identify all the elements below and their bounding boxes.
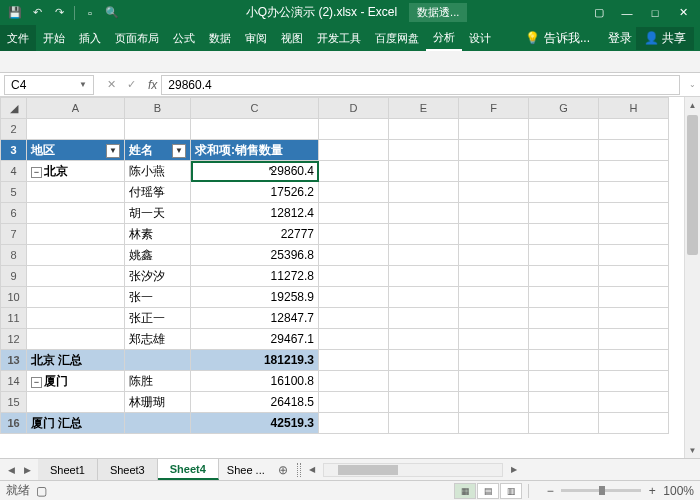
cell[interactable] <box>319 161 389 182</box>
zoom-in-icon[interactable]: + <box>645 484 659 498</box>
tab-split-handle[interactable] <box>297 463 301 477</box>
scroll-down-icon[interactable]: ▼ <box>685 442 700 458</box>
cell[interactable] <box>389 329 459 350</box>
cell[interactable] <box>599 182 669 203</box>
sheet-tab-Sheet4[interactable]: Sheet4 <box>158 459 219 480</box>
cell[interactable] <box>191 119 319 140</box>
col-header-D[interactable]: D <box>319 98 389 119</box>
save-icon[interactable]: 💾 <box>6 4 24 22</box>
fx-icon[interactable]: fx <box>144 78 161 92</box>
hscroll-right-icon[interactable]: ▶ <box>507 463 521 477</box>
accept-icon[interactable]: ✓ <box>122 76 140 94</box>
cell[interactable] <box>459 329 529 350</box>
cancel-icon[interactable]: ✕ <box>102 76 120 94</box>
tab-分析[interactable]: 分析 <box>426 25 462 51</box>
cell[interactable] <box>529 224 599 245</box>
cell[interactable] <box>599 224 669 245</box>
preview-icon[interactable]: 🔍 <box>103 4 121 22</box>
region-cell[interactable] <box>27 203 125 224</box>
cell[interactable] <box>599 308 669 329</box>
undo-icon[interactable]: ↶ <box>28 4 46 22</box>
cell[interactable] <box>319 224 389 245</box>
subtotal-value[interactable]: 181219.3 <box>191 350 319 371</box>
cell[interactable] <box>459 392 529 413</box>
formula-bar[interactable]: 29860.4 <box>161 75 680 95</box>
cell[interactable] <box>459 413 529 434</box>
cell[interactable] <box>529 371 599 392</box>
cell[interactable] <box>459 224 529 245</box>
page-break-view-icon[interactable]: ▥ <box>500 483 522 499</box>
record-macro-icon[interactable]: ▢ <box>36 484 47 498</box>
col-header-B[interactable]: B <box>125 98 191 119</box>
sheet-tab-Sheet3[interactable]: Sheet3 <box>98 459 158 480</box>
cell[interactable] <box>319 392 389 413</box>
region-cell[interactable] <box>27 308 125 329</box>
cell[interactable] <box>389 182 459 203</box>
cell[interactable] <box>319 287 389 308</box>
cell[interactable] <box>599 350 669 371</box>
tab-nav-prev-icon[interactable]: ◀ <box>4 463 18 477</box>
normal-view-icon[interactable]: ▦ <box>454 483 476 499</box>
select-all[interactable]: ◢ <box>1 98 27 119</box>
row-header[interactable]: 2 <box>1 119 27 140</box>
row-header[interactable]: 13 <box>1 350 27 371</box>
value-cell[interactable]: 29467.1 <box>191 329 319 350</box>
login-button[interactable]: 登录 <box>608 30 632 47</box>
cell[interactable] <box>125 119 191 140</box>
cell[interactable] <box>459 266 529 287</box>
cell[interactable] <box>599 119 669 140</box>
chevron-down-icon[interactable]: ▼ <box>79 80 87 89</box>
tab-数据[interactable]: 数据 <box>202 25 238 51</box>
ribbon-options-icon[interactable]: ▢ <box>586 3 612 23</box>
horizontal-scrollbar[interactable] <box>323 463 503 477</box>
cells[interactable]: ◢ABCDEFGH23地区▼姓名▼求和项:销售数量4−北京陈小燕29860.4↖… <box>0 97 669 434</box>
name-cell[interactable]: 张一 <box>125 287 191 308</box>
cell[interactable] <box>529 392 599 413</box>
row-header[interactable]: 7 <box>1 224 27 245</box>
cell[interactable] <box>389 350 459 371</box>
name-cell[interactable]: 陈胜 <box>125 371 191 392</box>
value-cell[interactable]: 12847.7 <box>191 308 319 329</box>
cell[interactable] <box>319 413 389 434</box>
filter-dropdown-icon[interactable]: ▼ <box>106 144 120 158</box>
cell[interactable] <box>319 119 389 140</box>
name-cell[interactable]: 姚鑫 <box>125 245 191 266</box>
value-cell[interactable]: 17526.2 <box>191 182 319 203</box>
cell[interactable] <box>319 182 389 203</box>
col-header-G[interactable]: G <box>529 98 599 119</box>
region-cell[interactable]: −厦门 <box>27 371 125 392</box>
redo-icon[interactable]: ↷ <box>50 4 68 22</box>
cell[interactable] <box>319 371 389 392</box>
name-cell[interactable]: 张汐汐 <box>125 266 191 287</box>
hscroll-left-icon[interactable]: ◀ <box>305 463 319 477</box>
cell[interactable] <box>599 140 669 161</box>
zoom-level[interactable]: 100% <box>663 484 694 498</box>
cell[interactable] <box>529 413 599 434</box>
cell[interactable] <box>27 119 125 140</box>
name-cell[interactable]: 林素 <box>125 224 191 245</box>
row-header[interactable]: 11 <box>1 308 27 329</box>
tab-开始[interactable]: 开始 <box>36 25 72 51</box>
row-header[interactable]: 16 <box>1 413 27 434</box>
row-header[interactable]: 5 <box>1 182 27 203</box>
value-cell[interactable]: 22777 <box>191 224 319 245</box>
value-cell[interactable]: 19258.9 <box>191 287 319 308</box>
cell[interactable] <box>599 371 669 392</box>
cell[interactable] <box>319 245 389 266</box>
cell[interactable] <box>459 182 529 203</box>
cell[interactable] <box>529 203 599 224</box>
cell[interactable] <box>599 161 669 182</box>
col-header-F[interactable]: F <box>459 98 529 119</box>
tab-开发工具[interactable]: 开发工具 <box>310 25 368 51</box>
name-cell[interactable]: 郑志雄 <box>125 329 191 350</box>
cell[interactable] <box>389 224 459 245</box>
name-cell[interactable]: 张正一 <box>125 308 191 329</box>
col-header-E[interactable]: E <box>389 98 459 119</box>
region-cell[interactable] <box>27 266 125 287</box>
cell[interactable] <box>529 182 599 203</box>
tab-公式[interactable]: 公式 <box>166 25 202 51</box>
name-box[interactable]: C4 ▼ <box>4 75 94 95</box>
close-icon[interactable]: ✕ <box>670 3 696 23</box>
row-header[interactable]: 15 <box>1 392 27 413</box>
cell[interactable] <box>529 140 599 161</box>
